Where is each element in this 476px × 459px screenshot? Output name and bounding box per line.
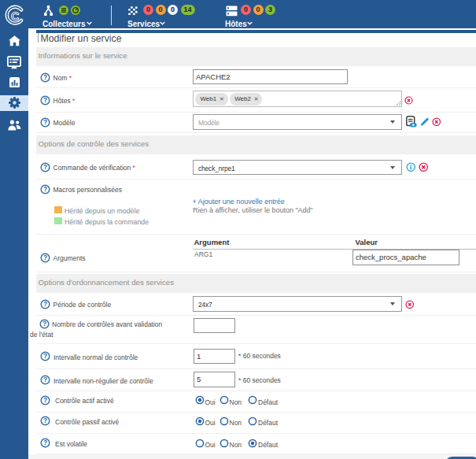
svg-text:?: ? [43,118,47,126]
svg-text:?: ? [42,320,46,328]
svg-text:?: ? [43,376,47,383]
svg-text:?: ? [43,416,47,424]
svg-text:?: ? [43,73,47,81]
svg-text:?: ? [43,96,47,104]
svg-text:?: ? [43,185,47,193]
svg-text:?: ? [43,163,47,171]
svg-text:?: ? [43,254,47,261]
svg-text:?: ? [43,396,47,404]
svg-text:?: ? [43,352,47,360]
svg-text:?: ? [43,300,47,308]
svg-text:?: ? [43,439,47,446]
